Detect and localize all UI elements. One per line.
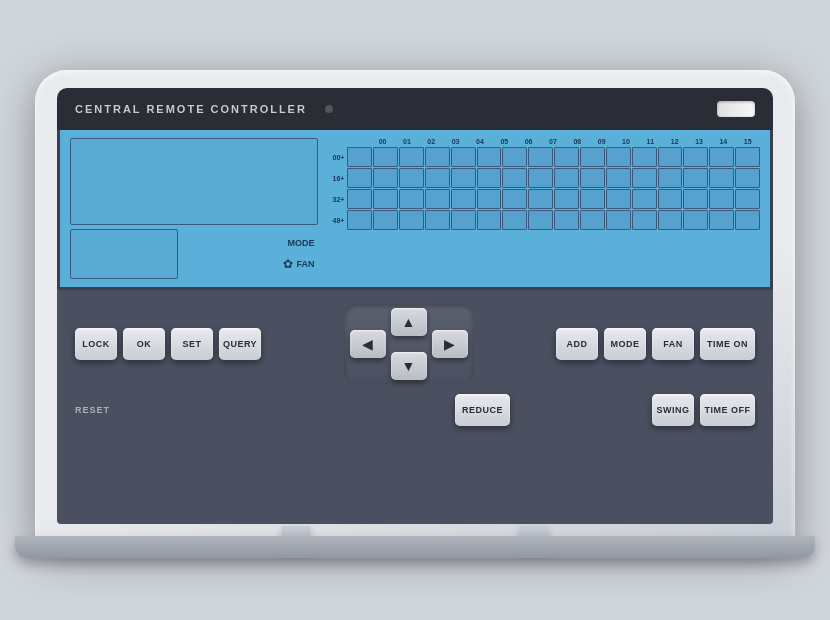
grid-cell: [502, 147, 527, 167]
grid-cell: [709, 210, 734, 230]
grid-header: 00010203040506070809101112131415: [324, 138, 760, 145]
grid-row: 48+: [324, 210, 760, 230]
ok-button[interactable]: OK: [123, 328, 165, 360]
grid-cell: [451, 168, 476, 188]
grid-cell: [658, 189, 683, 209]
mode-button[interactable]: MODE: [604, 328, 646, 360]
grid-cell: [451, 189, 476, 209]
grid-cell: [425, 147, 450, 167]
grid-cell: [735, 168, 760, 188]
swing-button[interactable]: SWING: [652, 394, 694, 426]
grid-cell: [425, 168, 450, 188]
grid-cell: [502, 189, 527, 209]
grid-cell: [399, 168, 424, 188]
grid-header-cell: 01: [395, 138, 419, 145]
grid-cell: [632, 189, 657, 209]
fan-label: FAN: [296, 259, 314, 269]
grid-cell: [606, 168, 631, 188]
grid-row-label: 48+: [324, 217, 346, 224]
nav-left-button[interactable]: ◀: [350, 330, 386, 358]
grid-cell: [347, 210, 372, 230]
grid-header-cell: 07: [541, 138, 565, 145]
grid-cell: [425, 210, 450, 230]
grid-cell: [735, 189, 760, 209]
lcd-middle-section: MODE ✿ FAN: [70, 229, 318, 279]
grid-cell: [451, 210, 476, 230]
nav-diamond: ▲ ▼ ◀ ▶: [344, 304, 474, 384]
add-button[interactable]: ADD: [556, 328, 598, 360]
grid-cell: [606, 147, 631, 167]
reset-label: RESET: [75, 405, 125, 415]
grid-header-cell: 03: [443, 138, 467, 145]
grid-row-label: 16+: [324, 175, 346, 182]
grid-header-cell: 06: [516, 138, 540, 145]
grid-cell: [373, 147, 398, 167]
grid-header-cell: 11: [638, 138, 662, 145]
grid-cell: [632, 210, 657, 230]
right-button-group: ADD MODE FAN TIME ON: [556, 328, 755, 360]
bottom-tray: [15, 536, 815, 558]
grid-header-cell: 10: [614, 138, 638, 145]
grid-cell: [399, 147, 424, 167]
grid-cell: [347, 168, 372, 188]
grid-cell: [554, 210, 579, 230]
grid-cell: [399, 189, 424, 209]
grid-cell: [477, 168, 502, 188]
grid-cell: [683, 168, 708, 188]
led-display: [717, 101, 755, 117]
grid-row: 00+: [324, 147, 760, 167]
grid-header-cell: 09: [589, 138, 613, 145]
reduce-button[interactable]: REDUCE: [455, 394, 510, 426]
grid-header-cell: 12: [663, 138, 687, 145]
lock-button[interactable]: LOCK: [75, 328, 117, 360]
grid-cell: [451, 147, 476, 167]
time-off-button[interactable]: TIME OFF: [700, 394, 755, 426]
fan-button[interactable]: FAN: [652, 328, 694, 360]
grid-cell: [683, 210, 708, 230]
nav-down-button[interactable]: ▼: [391, 352, 427, 380]
grid-cell: [477, 210, 502, 230]
grid-cell: [528, 210, 553, 230]
time-on-button[interactable]: TIME ON: [700, 328, 755, 360]
grid-header-cell: 00: [370, 138, 394, 145]
grid-cell: [658, 210, 683, 230]
grid-cell: [735, 210, 760, 230]
grid-cell: [528, 168, 553, 188]
grid-header-cell: 02: [419, 138, 443, 145]
grid-header-cell: 15: [736, 138, 760, 145]
button-row-bottom: RESET REDUCE SWING TIME OFF: [75, 394, 755, 426]
grid-cell: [606, 189, 631, 209]
controller-body: CENTRAL REMOTE CONTROLLER MODE ✿ FAN: [35, 70, 795, 550]
status-indicator: [325, 105, 333, 113]
grid-cell: [477, 147, 502, 167]
grid-cell: [502, 168, 527, 188]
grid-cell: [658, 168, 683, 188]
grid-cell: [683, 189, 708, 209]
grid-cell: [554, 147, 579, 167]
mode-label: MODE: [186, 238, 315, 248]
grid-cell: [373, 168, 398, 188]
grid-cell: [373, 210, 398, 230]
control-panel: LOCK OK SET QUERY ▲ ▼ ◀ ▶ ADD MODE FAN T…: [57, 290, 773, 524]
nav-area: ▲ ▼ ◀ ▶: [261, 304, 556, 384]
grid-header-cell: 08: [565, 138, 589, 145]
grid-row-label: 00+: [324, 154, 346, 161]
grid-cell: [477, 189, 502, 209]
grid-row: 32+: [324, 189, 760, 209]
grid-header-cell: 04: [468, 138, 492, 145]
grid-cell: [580, 210, 605, 230]
grid-row-label: 32+: [324, 196, 346, 203]
grid-cell: [580, 147, 605, 167]
grid-cell: [554, 168, 579, 188]
grid-row-cells: [347, 147, 760, 167]
grid-header-cell: 14: [711, 138, 735, 145]
query-button[interactable]: QUERY: [219, 328, 261, 360]
title-area: CENTRAL REMOTE CONTROLLER: [75, 103, 333, 115]
nav-up-button[interactable]: ▲: [391, 308, 427, 336]
grid-cell: [528, 147, 553, 167]
nav-right-button[interactable]: ▶: [432, 330, 468, 358]
lcd-top-box: [70, 138, 318, 225]
set-button[interactable]: SET: [171, 328, 213, 360]
fan-icon: ✿: [283, 257, 293, 271]
grid-cell: [425, 189, 450, 209]
